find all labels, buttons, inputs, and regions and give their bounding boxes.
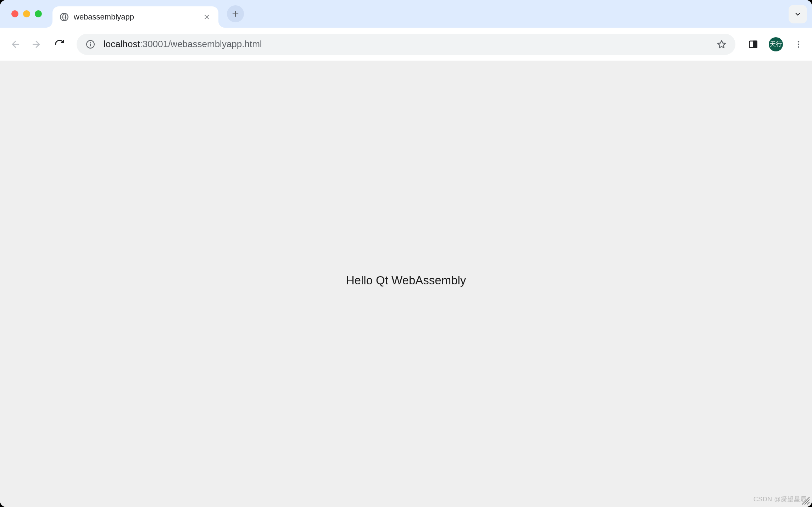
new-tab-button[interactable] [227,5,244,22]
browser-window: webassemblyapp [0,0,812,507]
resize-grip-icon[interactable] [800,495,810,505]
svg-point-7 [798,41,799,42]
window-close-button[interactable] [11,10,18,17]
url-path: :30001/webassemblyapp.html [140,39,262,49]
svg-point-9 [798,46,799,48]
page-content: Hello Qt WebAssembly CSDN @凝望星辰 [0,61,812,507]
search-tabs-button[interactable] [789,5,807,23]
tab-strip: webassemblyapp [0,0,812,28]
forward-button[interactable] [27,35,45,54]
url-host: localhost [104,39,140,49]
chrome-menu-button[interactable] [791,37,806,51]
avatar-label: 天行 [770,40,782,48]
toolbar-right: 天行 [746,37,806,51]
url-text: localhost:30001/webassemblyapp.html [104,39,716,50]
site-info-icon[interactable] [85,39,96,50]
tab-corner [46,21,52,28]
toolbar: localhost:30001/webassemblyapp.html 天行 [0,28,812,61]
svg-point-3 [90,42,91,43]
side-panel-icon[interactable] [746,37,760,51]
svg-point-8 [798,43,799,45]
reload-button[interactable] [50,35,69,54]
tab-close-button[interactable] [202,12,211,22]
globe-icon [60,12,69,22]
bookmark-star-icon[interactable] [716,39,727,50]
back-button[interactable] [6,35,25,54]
svg-marker-4 [718,40,725,48]
svg-rect-6 [753,41,757,48]
window-controls [11,10,42,17]
hello-text: Hello Qt WebAssembly [346,274,466,287]
address-bar[interactable]: localhost:30001/webassemblyapp.html [77,34,735,55]
window-maximize-button[interactable] [35,10,42,17]
watermark-text: CSDN @凝望星辰 [753,495,807,503]
tab-corner [218,21,225,28]
browser-tab-active[interactable]: webassemblyapp [52,6,218,28]
tab-title: webassemblyapp [74,12,202,22]
window-minimize-button[interactable] [23,10,30,17]
profile-avatar[interactable]: 天行 [769,37,783,51]
